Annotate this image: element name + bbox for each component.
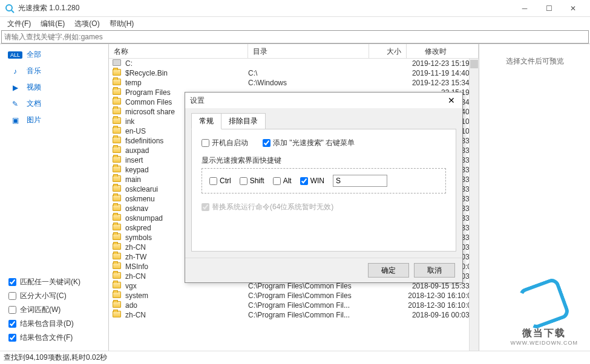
file-dir: C:\	[248, 69, 369, 77]
opt-auto-start[interactable]: 开机自启动	[202, 138, 248, 148]
folder-icon	[113, 108, 122, 116]
opt-replace-run: 替换系统运行命令(64位系统暂时无效)	[202, 202, 446, 212]
folder-icon	[113, 233, 122, 242]
category-all[interactable]: ALL 全部	[4, 47, 105, 63]
filter-case[interactable]: 区分大小写(C)	[8, 289, 100, 303]
music-icon: ♪	[10, 67, 21, 76]
sidebar: ALL 全部 ♪ 音乐 ▶ 视频 ✎ 文档 ▣ 图片 匹配任一关键词(K) 区分…	[0, 44, 109, 351]
table-row[interactable]: ado C:\Program Files\Common Fil... 2018-…	[109, 301, 479, 310]
image-icon: ▣	[10, 116, 21, 125]
opt-context-menu[interactable]: 添加 "光速搜索" 右键菜单	[263, 138, 355, 148]
all-badge-icon: ALL	[8, 51, 22, 59]
svg-point-0	[6, 5, 12, 11]
folder-icon	[113, 253, 122, 261]
search-input[interactable]	[2, 31, 588, 43]
filter-whole[interactable]: 全词匹配(W)	[8, 303, 100, 317]
folder-icon	[113, 224, 122, 232]
file-name: C:	[124, 59, 248, 68]
folder-icon	[113, 166, 122, 174]
hotkey-shift[interactable]: Shift	[240, 177, 264, 185]
cancel-button[interactable]: 取消	[414, 263, 455, 278]
filter-inc-dir[interactable]: 结果包含目录(D)	[8, 317, 100, 331]
folder-icon	[113, 214, 122, 223]
hotkey-alt[interactable]: Alt	[273, 177, 292, 185]
file-name: ado	[124, 301, 248, 310]
category-video[interactable]: ▶ 视频	[4, 79, 105, 96]
file-date: 2018-09-15 15:33:	[407, 282, 479, 290]
category-doc[interactable]: ✎ 文档	[4, 96, 105, 112]
folder-icon	[113, 88, 122, 97]
category-image[interactable]: ▣ 图片	[4, 112, 105, 128]
video-icon: ▶	[10, 83, 21, 92]
tab-exclude[interactable]: 排除目录	[221, 113, 266, 129]
file-date: 2019-12-23 15:34:	[407, 79, 479, 87]
category-label: 视频	[27, 82, 41, 93]
folder-icon	[113, 175, 122, 184]
file-date: 2018-09-16 00:03:	[407, 311, 479, 319]
vertical-scrollbar[interactable]	[469, 59, 479, 351]
ok-button[interactable]: 确定	[368, 263, 409, 278]
folder-icon	[113, 117, 122, 126]
menu-edit[interactable]: 编辑(E)	[36, 18, 70, 30]
category-label: 图片	[27, 115, 41, 125]
dialog-title: 设置	[190, 96, 445, 106]
tab-general[interactable]: 常规	[191, 113, 221, 129]
filter-inc-file[interactable]: 结果包含文件(F)	[8, 331, 100, 345]
folder-icon	[113, 291, 122, 300]
file-dir: C:\Program Files\Common Fil...	[248, 301, 369, 310]
folder-icon	[113, 185, 122, 193]
folder-icon	[113, 262, 122, 271]
search-bar	[1, 30, 589, 44]
col-size[interactable]: 大小	[369, 44, 407, 58]
category-label: 文档	[27, 99, 41, 109]
category-label: 音乐	[27, 66, 41, 76]
folder-icon	[113, 146, 122, 155]
folder-icon	[113, 243, 122, 252]
folder-icon	[113, 311, 122, 319]
file-name: $Recycle.Bin	[124, 69, 248, 77]
hotkey-ctrl[interactable]: Ctrl	[209, 177, 231, 185]
maximize-button[interactable]: ☐	[537, 1, 561, 16]
folder-icon	[113, 98, 122, 106]
menu-options[interactable]: 选项(O)	[70, 18, 104, 30]
file-dir: C:\Program Files\Common Files	[248, 291, 369, 300]
preview-pane: 选择文件后可预览	[479, 44, 590, 351]
table-row[interactable]: system C:\Program Files\Common Files 201…	[109, 291, 479, 301]
filter-match-any[interactable]: 匹配任一关键词(K)	[8, 275, 100, 289]
col-date[interactable]: 修改时	[407, 44, 479, 58]
menubar: 文件(F) 编辑(E) 选项(O) 帮助(H)	[0, 17, 590, 30]
window-title: 光速搜索 1.0.1.280	[18, 3, 513, 13]
file-name: temp	[124, 79, 248, 87]
disk-icon	[113, 59, 122, 68]
preview-hint: 选择文件后可预览	[479, 56, 590, 67]
menu-file[interactable]: 文件(F)	[2, 18, 36, 30]
file-name: system	[124, 291, 248, 300]
table-row[interactable]: temp C:\Windows 2019-12-23 15:34:	[109, 78, 479, 88]
hotkey-legend: 显示光速搜索界面快捷键	[202, 155, 446, 166]
col-dir[interactable]: 目录	[248, 44, 369, 58]
file-date: 2019-12-23 15:19:	[407, 59, 479, 68]
folder-icon	[113, 137, 122, 145]
status-bar: 查找到94,109项数据,耗时0.02秒	[0, 351, 590, 363]
category-label: 全部	[27, 50, 41, 60]
menu-help[interactable]: 帮助(H)	[105, 18, 139, 30]
folder-icon	[113, 204, 122, 213]
file-dir: C:\Program Files\Common Files	[248, 282, 369, 290]
folder-icon	[113, 272, 122, 281]
hotkey-char-input[interactable]	[333, 175, 387, 187]
svg-line-1	[11, 10, 14, 13]
category-music[interactable]: ♪ 音乐	[4, 63, 105, 79]
document-icon: ✎	[10, 100, 21, 108]
dialog-close-icon[interactable]: ✕	[445, 96, 457, 105]
table-row[interactable]: zh-CN C:\Program Files\Common Fil... 201…	[109, 310, 479, 320]
table-row[interactable]: $Recycle.Bin C:\ 2019-11-19 14:40:	[109, 68, 479, 78]
folder-icon	[113, 195, 122, 203]
table-row[interactable]: C: 2019-12-23 15:19:	[109, 59, 479, 68]
close-button[interactable]: ✕	[561, 1, 585, 16]
folder-icon	[113, 301, 122, 310]
folder-icon	[113, 282, 122, 290]
col-name[interactable]: 名称	[109, 44, 248, 58]
minimize-button[interactable]: ─	[513, 1, 537, 16]
hotkey-win[interactable]: WIN	[300, 177, 324, 185]
file-name: vgx	[124, 282, 248, 290]
